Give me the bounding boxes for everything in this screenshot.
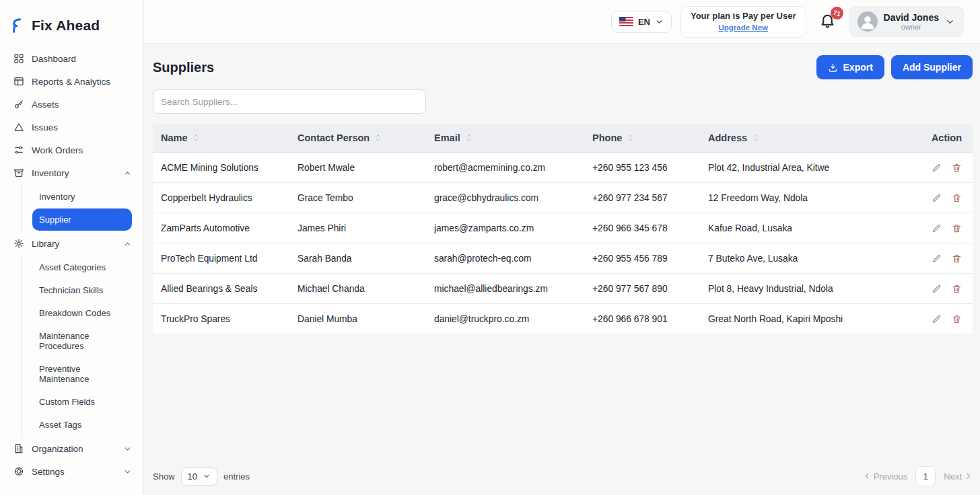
sidebar-subitem-supplier[interactable]: Supplier	[32, 208, 132, 231]
cell-email: robert@acmemining.co.zm	[426, 163, 584, 173]
sidebar-item-inventory[interactable]: Inventory	[0, 161, 143, 184]
table-row: TruckPro SparesDaniel Mumbadaniel@truckp…	[153, 304, 973, 334]
language-selector[interactable]: EN	[611, 11, 672, 33]
sidebar-subitem-custom-fields[interactable]: Custom Fields	[32, 391, 132, 413]
sidebar-item-label: Organization	[32, 444, 83, 454]
sidebar-item-settings[interactable]: Settings	[0, 460, 143, 483]
brand-logo: Fix Ahead	[0, 17, 143, 47]
sidebar-item-label: Issues	[32, 122, 58, 132]
sidebar-item-library[interactable]: Library	[0, 232, 143, 255]
trash-icon	[952, 193, 962, 203]
building-icon	[13, 443, 24, 454]
topbar: EN Your plan is Pay per User Upgrade New…	[144, 0, 980, 44]
pencil-icon	[932, 163, 942, 173]
sidebar-item-label: Reports & Analytics	[32, 77, 110, 87]
sidebar-item-reports-analytics[interactable]: Reports & Analytics	[0, 70, 143, 93]
column-header-contact-person[interactable]: Contact Person	[289, 132, 426, 143]
edit-supplier-button[interactable]	[932, 163, 942, 173]
sidebar-subitem-inventory[interactable]: Inventory	[32, 186, 132, 208]
sidebar-subitem-asset-categories[interactable]: Asset Categories	[32, 256, 132, 278]
page-title: Suppliers	[153, 60, 214, 75]
warning-triangle-icon	[13, 122, 24, 132]
cell-contact: Sarah Banda	[289, 254, 426, 264]
table-body: ACME Mining SolutionsRobert Mwalerobert@…	[153, 153, 973, 334]
cell-phone: +260 966 678 901	[584, 314, 700, 324]
cell-email: grace@cbhydraulics.com	[426, 193, 584, 203]
sidebar-item-dashboard[interactable]: Dashboard	[0, 47, 143, 70]
edit-supplier-button[interactable]	[932, 223, 942, 233]
cell-contact: Michael Chanda	[289, 284, 426, 294]
trash-icon	[952, 284, 962, 294]
cell-email: sarah@protech-eq.com	[426, 254, 584, 264]
trash-icon	[952, 223, 962, 233]
add-supplier-button[interactable]: Add Supplier	[891, 55, 973, 79]
chevron-down-icon	[655, 17, 664, 26]
table-row: ProTech Equipment LtdSarah Bandasarah@pr…	[153, 243, 973, 274]
cell-contact: Daniel Mumba	[289, 314, 426, 324]
pagination: Previous 1 Next	[863, 466, 973, 486]
cell-address: Kafue Road, Lusaka	[700, 223, 922, 233]
column-header-email[interactable]: Email	[426, 132, 584, 143]
delete-supplier-button[interactable]	[952, 314, 962, 324]
download-icon	[828, 63, 838, 73]
pencil-icon	[932, 193, 942, 203]
column-header-name[interactable]: Name	[153, 132, 289, 143]
table-row: Allied Bearings & SealsMichael Chandamic…	[153, 274, 973, 304]
sidebar-subitem-preventive-maintenance[interactable]: Preventive Maintenance	[32, 358, 132, 390]
sidebar-subitem-maintenance-procedures[interactable]: Maintenance Procedures	[32, 325, 132, 357]
notifications-button[interactable]: 71	[819, 12, 836, 32]
sidebar-item-label: Inventory	[32, 168, 69, 178]
cell-name: Copperbelt Hydraulics	[153, 193, 289, 203]
cell-email: michael@alliedbearings.zm	[426, 284, 584, 294]
delete-supplier-button[interactable]	[952, 193, 962, 203]
search-input[interactable]	[153, 89, 426, 114]
sidebar-item-issues[interactable]: Issues	[0, 116, 143, 139]
upgrade-link[interactable]: Upgrade New	[718, 24, 768, 32]
page-number[interactable]: 1	[915, 466, 936, 486]
previous-page-button[interactable]: Previous	[863, 471, 908, 482]
sidebar-item-assets[interactable]: Assets	[0, 93, 143, 116]
export-button[interactable]: Export	[816, 55, 884, 79]
sliders-icon	[13, 145, 24, 155]
table-row: Copperbelt HydraulicsGrace Tembograce@cb…	[153, 183, 973, 213]
cell-name: Allied Bearings & Seals	[153, 284, 289, 294]
delete-supplier-button[interactable]	[952, 223, 962, 233]
cell-address: Plot 42, Industrial Area, Kitwe	[700, 163, 922, 173]
user-role: owner	[884, 23, 939, 31]
export-button-label: Export	[843, 62, 873, 73]
sidebar-nav: DashboardReports & AnalyticsAssetsIssues…	[0, 47, 143, 483]
sort-icon	[627, 133, 634, 143]
chevron-down-icon	[945, 17, 955, 27]
entries-label: entries	[223, 471, 250, 482]
cell-address: Plot 8, Heavy Industrial, Ndola	[700, 284, 922, 294]
delete-supplier-button[interactable]	[952, 284, 962, 294]
cell-actions	[922, 314, 973, 324]
delete-supplier-button[interactable]	[952, 163, 962, 173]
cell-email: daniel@truckpro.co.zm	[426, 314, 584, 324]
edit-supplier-button[interactable]	[932, 314, 942, 324]
cell-actions	[922, 284, 973, 294]
column-header-phone[interactable]: Phone	[584, 132, 700, 143]
cell-email: james@zamparts.co.zm	[426, 223, 584, 233]
sidebar-subitem-breakdown-codes[interactable]: Breakdown Codes	[32, 302, 132, 324]
cell-phone: +260 955 123 456	[584, 163, 700, 173]
cell-name: ACME Mining Solutions	[153, 163, 289, 173]
edit-supplier-button[interactable]	[932, 284, 942, 294]
edit-supplier-button[interactable]	[932, 193, 942, 203]
table-footer: Show 10 entries Previous 1 Next	[153, 466, 973, 486]
next-page-button[interactable]: Next	[944, 471, 973, 482]
sidebar-subitem-technician-skills[interactable]: Technician Skills	[32, 279, 132, 301]
sidebar-item-work-orders[interactable]: Work Orders	[0, 139, 143, 161]
edit-supplier-button[interactable]	[932, 254, 942, 264]
delete-supplier-button[interactable]	[952, 254, 962, 264]
page-size-select[interactable]: 10	[181, 467, 217, 486]
sidebar-item-organization[interactable]: Organization	[0, 437, 143, 460]
page-size-value: 10	[188, 471, 197, 482]
column-header-address[interactable]: Address	[700, 132, 922, 143]
user-menu[interactable]: David Jones owner	[849, 6, 964, 37]
column-header-label: Address	[708, 132, 747, 143]
column-header-action: Action	[922, 132, 973, 143]
user-name: David Jones	[884, 12, 939, 23]
chevron-up-icon	[123, 239, 132, 248]
sidebar-subitem-asset-tags[interactable]: Asset Tags	[32, 414, 132, 436]
